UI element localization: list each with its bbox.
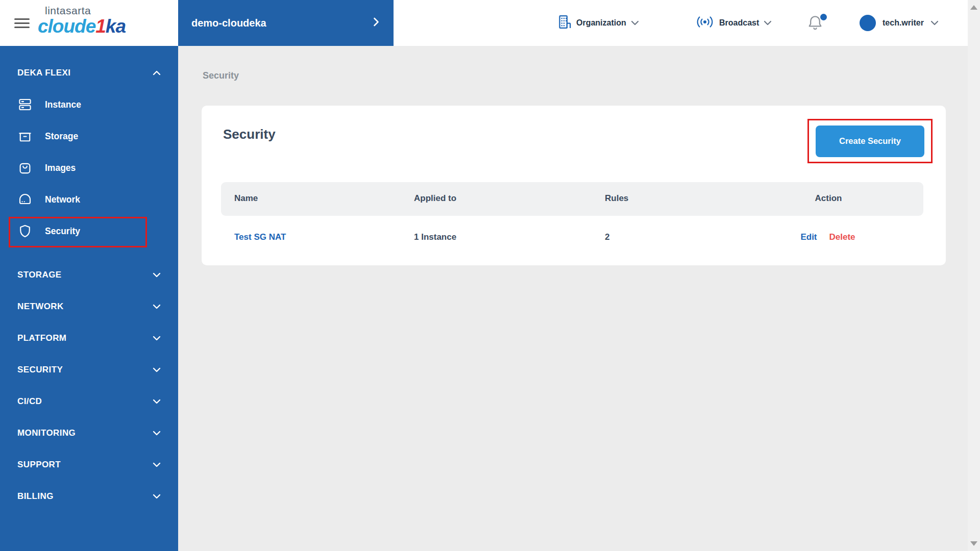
- chevron-down-icon: [930, 18, 939, 28]
- notification-dot: [820, 14, 827, 20]
- sidebar-item-label: Images: [45, 163, 76, 173]
- sidebar-section-billing[interactable]: BILLING: [0, 481, 178, 512]
- sidebar-section-platform[interactable]: PLATFORM: [0, 322, 178, 354]
- sidebar-item-label: Network: [45, 194, 80, 205]
- topbar: lintasarta cloude1ka demo-cloudeka Organ…: [0, 0, 968, 46]
- sidebar-item-label: Security: [45, 226, 80, 237]
- notification-button[interactable]: [807, 14, 829, 34]
- avatar: [860, 15, 876, 31]
- broadcast-menu[interactable]: Broadcast: [695, 0, 772, 46]
- chevron-down-icon: [153, 460, 161, 469]
- table-header: Name Applied to Rules Action: [221, 182, 923, 216]
- sidebar-section-cicd[interactable]: CI/CD: [0, 386, 178, 417]
- chevron-right-icon: [373, 17, 379, 29]
- sidebar-item-label: Storage: [45, 131, 78, 142]
- building-icon: [558, 14, 572, 32]
- scroll-down-icon[interactable]: [970, 541, 977, 546]
- shield-icon: [17, 223, 33, 239]
- chevron-down-icon: [153, 397, 161, 406]
- section-label: SECURITY: [17, 365, 63, 375]
- chevron-down-icon: [153, 302, 161, 311]
- scrollbar[interactable]: [968, 0, 980, 551]
- bell-icon: [807, 25, 823, 34]
- security-group-link[interactable]: Test SG NAT: [234, 232, 286, 242]
- organization-menu[interactable]: Organization: [558, 0, 639, 46]
- sidebar-section-network[interactable]: NETWORK: [0, 291, 178, 322]
- chevron-down-icon: [153, 492, 161, 501]
- column-header-name: Name: [234, 193, 258, 204]
- chevron-down-icon: [153, 429, 161, 438]
- sidebar-section-security[interactable]: SECURITY: [0, 354, 178, 386]
- chevron-down-icon: [153, 365, 161, 374]
- delete-link[interactable]: Delete: [829, 232, 855, 242]
- organization-label: Organization: [576, 18, 626, 28]
- cloudeka-wordmark: cloude1ka: [38, 17, 126, 36]
- security-table: Name Applied to Rules Action Test SG NAT…: [221, 182, 923, 261]
- user-name: tech.writer: [883, 18, 924, 28]
- section-label: MONITORING: [17, 428, 76, 438]
- sidebar-section-deka-flexi[interactable]: DEKA FLEXI: [0, 57, 178, 89]
- column-header-applied-to: Applied to: [414, 193, 456, 204]
- breadcrumb: Security: [203, 70, 239, 81]
- section-label: DEKA FLEXI: [17, 68, 70, 78]
- chevron-down-icon: [153, 270, 161, 280]
- chevron-up-icon: [153, 68, 161, 78]
- sidebar-item-storage[interactable]: Storage: [0, 120, 178, 152]
- menu-icon[interactable]: [14, 18, 30, 28]
- sidebar-section-storage[interactable]: STORAGE: [0, 259, 178, 291]
- scroll-up-icon[interactable]: [970, 5, 977, 10]
- sidebar-item-label: Instance: [45, 99, 81, 110]
- sidebar-item-instance[interactable]: Instance: [0, 89, 178, 120]
- section-label: SUPPORT: [17, 460, 61, 470]
- sidebar-item-security[interactable]: Security: [0, 215, 178, 247]
- project-selector[interactable]: demo-cloudeka: [178, 0, 394, 46]
- server-icon: [17, 97, 33, 112]
- row-actions: Edit Delete: [773, 232, 883, 242]
- lintasarta-wordmark: lintasarta: [38, 5, 126, 16]
- broadcast-icon: [695, 15, 715, 31]
- storage-box-icon: [17, 129, 33, 144]
- create-security-button[interactable]: Create Security: [816, 126, 924, 157]
- create-security-annotation-frame: Create Security: [807, 119, 933, 163]
- table-row: Test SG NAT 1 Instance 2 Edit Delete: [221, 216, 923, 261]
- page-title: Security: [223, 127, 276, 142]
- broadcast-label: Broadcast: [719, 18, 759, 28]
- edit-link[interactable]: Edit: [800, 232, 817, 242]
- sidebar-section-support[interactable]: SUPPORT: [0, 449, 178, 481]
- section-label: CI/CD: [17, 396, 42, 407]
- project-name: demo-cloudeka: [191, 17, 266, 29]
- sidebar: DEKA FLEXI Instance Storage Images: [0, 46, 178, 551]
- network-drive-icon: [17, 192, 33, 207]
- sidebar-item-network[interactable]: Network: [0, 184, 178, 215]
- chevron-down-icon: [631, 18, 639, 28]
- applied-to-value: 1 Instance: [414, 232, 456, 242]
- section-label: BILLING: [17, 491, 54, 502]
- section-label: PLATFORM: [17, 333, 66, 343]
- section-label: NETWORK: [17, 302, 64, 312]
- column-header-action: Action: [793, 193, 864, 204]
- section-label: STORAGE: [17, 270, 62, 280]
- brand-logo: lintasarta cloude1ka: [38, 5, 126, 36]
- sidebar-section-monitoring[interactable]: MONITORING: [0, 417, 178, 449]
- chevron-down-icon: [153, 334, 161, 343]
- images-bag-icon: [17, 160, 33, 176]
- chevron-down-icon: [764, 18, 772, 28]
- sidebar-item-images[interactable]: Images: [0, 152, 178, 184]
- rules-count: 2: [605, 232, 609, 242]
- security-card: Security Create Security Name Applied to…: [202, 106, 946, 265]
- column-header-rules: Rules: [605, 193, 628, 204]
- user-menu[interactable]: tech.writer: [860, 0, 939, 46]
